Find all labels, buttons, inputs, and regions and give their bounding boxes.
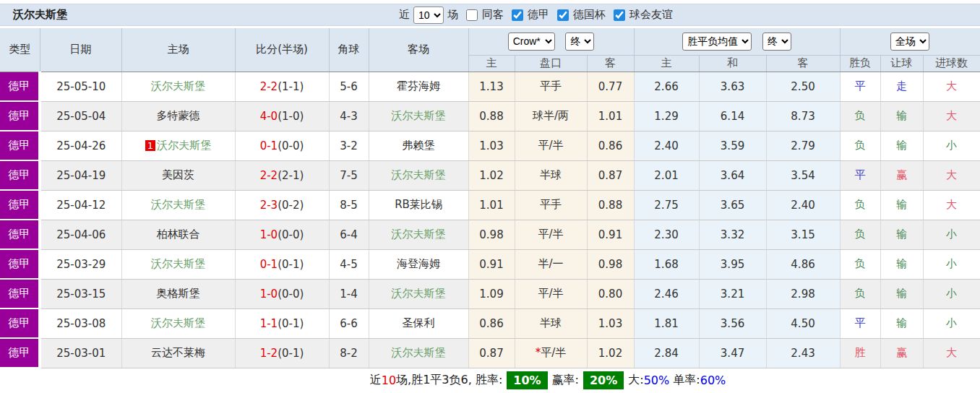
cell-date: 25-03-01 (40, 338, 121, 368)
cell-away-team[interactable]: 霍芬海姆 (369, 72, 468, 101)
table-row: 德甲 25-04-19 美因茨 2-2(2-1) 7-5 沃尔夫斯堡 1.02 … (0, 160, 980, 190)
cell-date: 25-03-29 (40, 249, 121, 279)
summary-stats: 近10场,胜1平3负6, 胜率:10%赢率:20%大:50% 单率:60% (0, 368, 980, 392)
cell-ah-line: *平/半 (515, 338, 587, 368)
cell-away-team[interactable]: 沃尔夫斯堡 (369, 220, 468, 249)
cell-handicap-result: 输 (880, 131, 923, 160)
cell-away-team[interactable]: 沃尔夫斯堡 (369, 338, 468, 368)
cell-home-team[interactable]: 沃尔夫斯堡 (121, 72, 235, 101)
table-row: 德甲 25-04-06 柏林联合 1-0(0-0) 6-4 沃尔夫斯堡 0.98… (0, 220, 980, 249)
cell-handicap-result: 输 (880, 308, 923, 338)
match-history-panel: 沃尔夫斯堡 近 10 场 同客 德甲 德国杯 球会友谊 类型 日期 主场 (0, 4, 980, 392)
cell-odds-draw: 3.63 (699, 72, 766, 101)
cell-result: 负 (840, 190, 880, 220)
cell-handicap-result: 输 (880, 101, 923, 131)
cell-home-team[interactable]: 美因茨 (121, 160, 235, 190)
cell-home-team[interactable]: 云达不莱梅 (121, 338, 235, 368)
recent-label: 近 (399, 8, 410, 22)
table-row: 德甲 25-05-04 多特蒙德 4-0(1-0) 4-3 沃尔夫斯堡 0.88… (0, 101, 980, 131)
cell-corners: 8-2 (329, 338, 369, 368)
col-header-score: 比分(半场) (235, 28, 329, 72)
table-row: 德甲 25-03-15 奥格斯堡 1-0(0-0) 1-4 沃尔夫斯堡 1.09… (0, 279, 980, 308)
cell-home-team[interactable]: 沃尔夫斯堡 (121, 308, 235, 338)
cell-odds-home: 2.84 (634, 338, 699, 368)
cell-home-team[interactable]: 奥格斯堡 (121, 279, 235, 308)
cell-corners: 4-3 (329, 101, 369, 131)
cell-score: 2-2(1-1) (235, 72, 329, 101)
odds-group-header: 胜平负均值 终 (634, 28, 840, 55)
cell-odds-draw: 3.95 (699, 249, 766, 279)
cell-odds-home: 2.75 (634, 190, 699, 220)
cell-corners: 6-4 (329, 220, 369, 249)
odds-time-select[interactable]: 终 (762, 33, 791, 51)
cell-odds-away: 2.43 (766, 338, 840, 368)
dfb-pokal-checkbox[interactable] (557, 9, 569, 21)
cell-ah-away-odds: 1.01 (587, 101, 634, 131)
cell-home-team[interactable]: 沃尔夫斯堡 (121, 190, 235, 220)
table-row: 德甲 25-03-29 沃尔夫斯堡 0-1(0-1) 4-5 海登海姆 0.91… (0, 249, 980, 279)
cell-score: 1-0(0-0) (235, 279, 329, 308)
matches-label: 场 (447, 8, 458, 22)
cell-date: 25-05-10 (40, 72, 121, 101)
cell-ah-away-odds: 0.80 (587, 279, 634, 308)
cell-result: 负 (840, 279, 880, 308)
bundesliga-checkbox[interactable] (512, 9, 523, 21)
cell-league-type: 德甲 (0, 160, 40, 190)
cell-corners: 3-2 (329, 131, 369, 160)
cell-odds-away: 2.50 (766, 72, 840, 101)
cell-away-team[interactable]: 沃尔夫斯堡 (369, 279, 468, 308)
cell-goals: 大 (923, 72, 980, 101)
cell-score: 1-1(0-1) (235, 308, 329, 338)
cell-league-type: 德甲 (0, 220, 40, 249)
cell-home-team[interactable]: 柏林联合 (121, 220, 235, 249)
cell-away-team[interactable]: 圣保利 (369, 308, 468, 338)
cell-ah-away-odds: 0.88 (587, 190, 634, 220)
cell-corners: 4-5 (329, 249, 369, 279)
cell-ah-away-odds: 0.98 (587, 249, 634, 279)
cell-odds-home: 1.68 (634, 249, 699, 279)
cell-score: 1-2(0-1) (235, 338, 329, 368)
cell-ah-home-odds: 0.91 (468, 249, 515, 279)
subcol-ah-away: 客 (587, 55, 634, 72)
period-select[interactable]: 全场 (890, 33, 929, 51)
table-row: 德甲 25-04-12 沃尔夫斯堡 2-3(0-2) 8-5 RB莱比锡 1.0… (0, 190, 980, 220)
cell-goals: 大 (923, 338, 980, 368)
same-venue-checkbox[interactable] (466, 9, 478, 21)
cell-odds-home: 2.46 (634, 279, 699, 308)
cell-score: 2-3(0-2) (235, 190, 329, 220)
cell-away-team[interactable]: 海登海姆 (369, 249, 468, 279)
cell-odds-home: 2.30 (634, 220, 699, 249)
recent-count-select[interactable]: 10 (413, 7, 444, 24)
cell-home-team[interactable]: 沃尔夫斯堡 (121, 249, 235, 279)
cell-goals: 小 (923, 131, 980, 160)
cell-odds-draw: 3.64 (699, 160, 766, 190)
cell-away-team[interactable]: 沃尔夫斯堡 (369, 101, 468, 131)
cell-away-team[interactable]: RB莱比锡 (369, 190, 468, 220)
cell-ah-home-odds: 0.87 (468, 338, 515, 368)
cell-corners: 7-5 (329, 160, 369, 190)
cell-ah-home-odds: 1.13 (468, 72, 515, 101)
col-header-home: 主场 (121, 28, 235, 72)
cell-away-team[interactable]: 沃尔夫斯堡 (369, 160, 468, 190)
cell-ah-line: 平/半 (515, 279, 587, 308)
cell-odds-draw: 3.59 (699, 131, 766, 160)
handicap-time-select[interactable]: 终 (565, 33, 594, 51)
bookmaker-select[interactable]: Crow* (508, 33, 555, 51)
subcol-goals: 进球数 (923, 55, 980, 72)
cell-odds-home: 2.01 (634, 160, 699, 190)
club-friendly-checkbox[interactable] (614, 9, 625, 21)
cell-away-team[interactable]: 弗赖堡 (369, 131, 468, 160)
cell-goals: 小 (923, 249, 980, 279)
cell-home-team[interactable]: 多特蒙德 (121, 101, 235, 131)
subcol-handicap-result: 让球 (880, 55, 923, 72)
handicap-group-header: Crow* 终 (468, 28, 634, 55)
cell-date: 25-04-12 (40, 190, 121, 220)
cell-score: 2-2(2-1) (235, 160, 329, 190)
col-header-corners: 角球 (329, 28, 369, 72)
odds-type-select[interactable]: 胜平负均值 (682, 33, 752, 51)
cell-ah-home-odds: 0.86 (468, 308, 515, 338)
cell-league-type: 德甲 (0, 308, 40, 338)
cell-ah-home-odds: 1.02 (468, 160, 515, 190)
cell-ah-line: 半球 (515, 160, 587, 190)
cell-home-team[interactable]: 1沃尔夫斯堡 (121, 131, 235, 160)
